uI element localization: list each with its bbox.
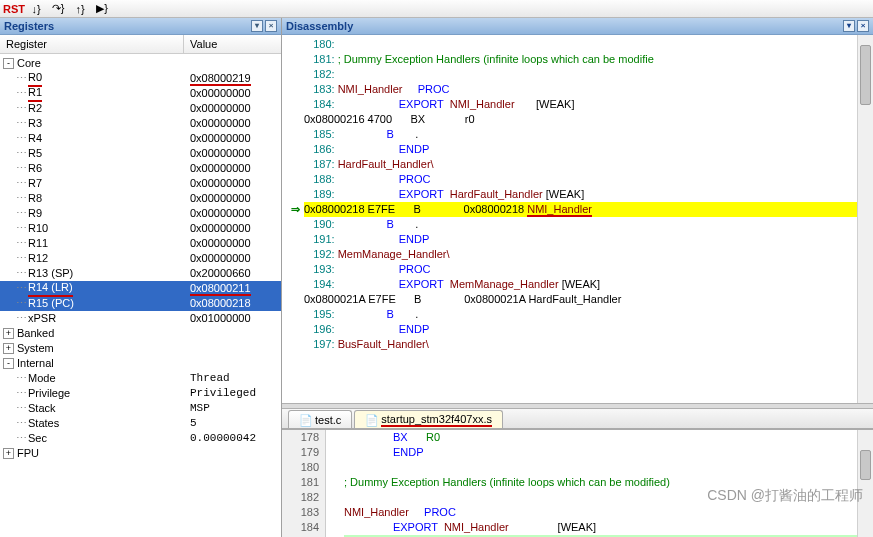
registers-panel: Registers ▾ × Register Value -Core ⋯R0 0…: [0, 18, 282, 537]
register-row[interactable]: ⋯R4 0x00000000: [0, 131, 281, 146]
source-tab[interactable]: 📄test.c: [288, 410, 352, 428]
tree-dots-icon: ⋯: [14, 281, 28, 296]
tree-dots-icon: ⋯: [14, 386, 28, 401]
toolbar-stepover-icon[interactable]: ↷}: [48, 1, 68, 17]
register-row[interactable]: ⋯R10 0x00000000: [0, 221, 281, 236]
disasm-line[interactable]: 184: EXPORT NMI_Handler [WEAK]: [286, 97, 873, 112]
disasm-line[interactable]: 0x08000216 4700 BX r0: [286, 112, 873, 127]
register-row[interactable]: ⋯R7 0x00000000: [0, 176, 281, 191]
register-row[interactable]: ⋯R2 0x00000000: [0, 101, 281, 116]
disasm-line[interactable]: 187: HardFault_Handler\: [286, 157, 873, 172]
toolbar-stepinto-icon[interactable]: ↓}: [26, 1, 46, 17]
source-line[interactable]: 179 ENDP: [282, 445, 873, 460]
main-toolbar: RST ↓} ↷} ↑} ▶}: [0, 0, 873, 18]
col-register[interactable]: Register: [0, 35, 184, 53]
tree-core[interactable]: -Core: [0, 56, 281, 71]
disasm-line[interactable]: 192: MemManage_Handler\: [286, 247, 873, 262]
source-line[interactable]: 184 EXPORT NMI_Handler [WEAK]: [282, 520, 873, 535]
disasm-line[interactable]: 191: ENDP: [286, 232, 873, 247]
disasm-line[interactable]: 182:: [286, 67, 873, 82]
collapse-icon[interactable]: -: [3, 58, 14, 69]
tree-dots-icon: ⋯: [14, 236, 28, 251]
expand-icon[interactable]: -: [3, 358, 14, 369]
file-icon: 📄: [299, 414, 311, 426]
disasm-line[interactable]: 190: B .: [286, 217, 873, 232]
tree-group[interactable]: +Banked: [0, 326, 281, 341]
registers-title: Registers: [4, 18, 54, 35]
expand-icon[interactable]: +: [3, 328, 14, 339]
disasm-line[interactable]: 183: NMI_Handler PROC: [286, 82, 873, 97]
source-tabs: 📄test.c📄startup_stm32f407xx.s: [282, 409, 873, 429]
tree-dots-icon: ⋯: [14, 296, 28, 311]
disasm-close-icon[interactable]: ×: [857, 20, 869, 32]
register-row[interactable]: ⋯R12 0x00000000: [0, 251, 281, 266]
source-line[interactable]: 181; Dummy Exception Handlers (infinite …: [282, 475, 873, 490]
tree-dots-icon: ⋯: [14, 176, 28, 191]
disassembly-title: Disassembly: [286, 18, 353, 35]
tree-group[interactable]: -Internal: [0, 356, 281, 371]
register-row[interactable]: ⋯R3 0x00000000: [0, 116, 281, 131]
disasm-scrollbar[interactable]: [857, 35, 873, 403]
source-line[interactable]: 178 BX R0: [282, 430, 873, 445]
registers-columns: Register Value: [0, 35, 281, 54]
register-row[interactable]: ⋯xPSR 0x01000000: [0, 311, 281, 326]
toolbar-runto-icon[interactable]: ▶}: [92, 1, 112, 17]
tree-item[interactable]: ⋯PrivilegePrivileged: [0, 386, 281, 401]
tree-dots-icon: ⋯: [14, 86, 28, 101]
tree-dots-icon: ⋯: [14, 251, 28, 266]
tree-dots-icon: ⋯: [14, 191, 28, 206]
register-row[interactable]: ⋯R13 (SP) 0x20000660: [0, 266, 281, 281]
tree-item[interactable]: ⋯States5: [0, 416, 281, 431]
register-row[interactable]: ⋯R15 (PC) 0x08000218: [0, 296, 281, 311]
source-line[interactable]: 180: [282, 460, 873, 475]
tree-item[interactable]: ⋯ModeThread: [0, 371, 281, 386]
disasm-line[interactable]: 195: B .: [286, 307, 873, 322]
registers-panel-header: Registers ▾ ×: [0, 18, 281, 35]
disasm-line[interactable]: 0x0800021A E7FE B 0x0800021A HardFault_H…: [286, 292, 873, 307]
src-scrollbar[interactable]: [857, 430, 873, 537]
disasm-line[interactable]: 180:: [286, 37, 873, 52]
pc-arrow-icon: ⇒: [291, 203, 300, 215]
disasm-pin-icon[interactable]: ▾: [843, 20, 855, 32]
tree-group[interactable]: +FPU: [0, 446, 281, 461]
tree-item[interactable]: ⋯Sec0.00000042: [0, 431, 281, 446]
panel-close-icon[interactable]: ×: [265, 20, 277, 32]
register-row[interactable]: ⋯R11 0x00000000: [0, 236, 281, 251]
disasm-line[interactable]: ⇒0x08000218 E7FE B 0x08000218 NMI_Handle…: [286, 202, 873, 217]
registers-tree[interactable]: -Core ⋯R0 0x08000219 ⋯R1 0x00000000 ⋯R2 …: [0, 54, 281, 537]
disasm-line[interactable]: 186: ENDP: [286, 142, 873, 157]
expand-icon[interactable]: +: [3, 448, 14, 459]
disasm-line[interactable]: 194: EXPORT MemManage_Handler [WEAK]: [286, 277, 873, 292]
toolbar-stepout-icon[interactable]: ↑}: [70, 1, 90, 17]
disasm-line[interactable]: 196: ENDP: [286, 322, 873, 337]
disasm-line[interactable]: 185: B .: [286, 127, 873, 142]
register-row[interactable]: ⋯R14 (LR) 0x08000211: [0, 281, 281, 296]
register-row[interactable]: ⋯R6 0x00000000: [0, 161, 281, 176]
tree-dots-icon: ⋯: [14, 416, 28, 431]
expand-icon[interactable]: +: [3, 343, 14, 354]
toolbar-rst-button[interactable]: RST: [4, 1, 24, 17]
tree-group[interactable]: +System: [0, 341, 281, 356]
source-view[interactable]: 178 BX R0179 ENDP180181; Dummy Exception…: [282, 429, 873, 537]
register-row[interactable]: ⋯R1 0x00000000: [0, 86, 281, 101]
tree-dots-icon: ⋯: [14, 371, 28, 386]
tree-item[interactable]: ⋯StackMSP: [0, 401, 281, 416]
register-row[interactable]: ⋯R5 0x00000000: [0, 146, 281, 161]
panel-pin-icon[interactable]: ▾: [251, 20, 263, 32]
disassembly-view[interactable]: 180: 181: ; Dummy Exception Handlers (in…: [282, 35, 873, 403]
tree-dots-icon: ⋯: [14, 161, 28, 176]
disasm-line[interactable]: 193: PROC: [286, 262, 873, 277]
register-row[interactable]: ⋯R9 0x00000000: [0, 206, 281, 221]
source-line[interactable]: 182: [282, 490, 873, 505]
disasm-line[interactable]: 188: PROC: [286, 172, 873, 187]
col-value[interactable]: Value: [184, 35, 281, 53]
register-row[interactable]: ⋯R8 0x00000000: [0, 191, 281, 206]
disasm-line[interactable]: 181: ; Dummy Exception Handlers (infinit…: [286, 52, 873, 67]
tree-dots-icon: ⋯: [14, 101, 28, 116]
source-line[interactable]: 183NMI_Handler PROC: [282, 505, 873, 520]
register-row[interactable]: ⋯R0 0x08000219: [0, 71, 281, 86]
file-icon: 📄: [365, 414, 377, 426]
source-tab[interactable]: 📄startup_stm32f407xx.s: [354, 410, 503, 428]
disasm-line[interactable]: 189: EXPORT HardFault_Handler [WEAK]: [286, 187, 873, 202]
disasm-line[interactable]: 197: BusFault_Handler\: [286, 337, 873, 352]
